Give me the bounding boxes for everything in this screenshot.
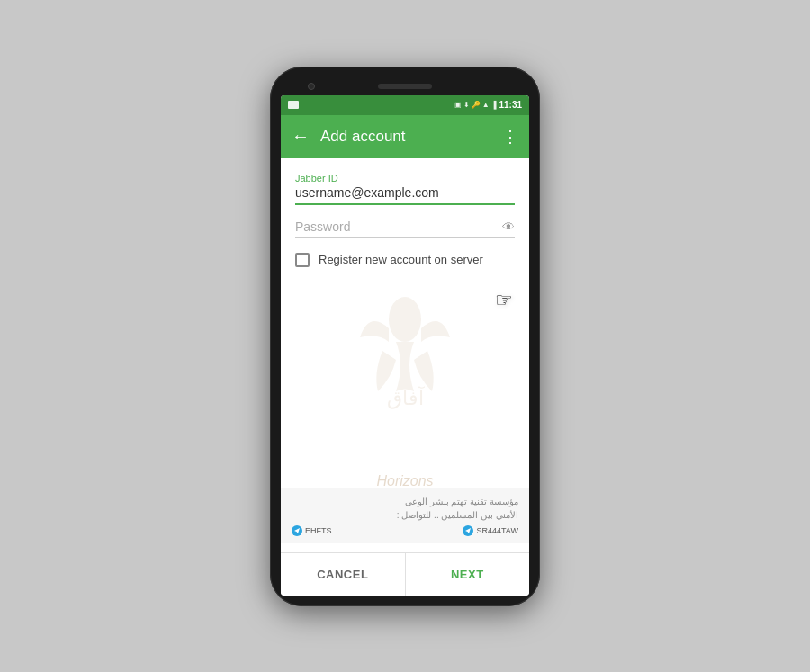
watermark-text-area: مؤسسة تقنية تهتم بنشر الوعي الأمني بين ا…	[281, 488, 529, 543]
watermark-area: آفاق Horizons مؤسسة تقنية تهتم بنشر الوع…	[281, 274, 529, 552]
next-button[interactable]: NEXT	[406, 553, 530, 596]
password-input[interactable]	[295, 220, 502, 234]
more-options-button[interactable]: ⋮	[499, 123, 522, 150]
register-checkbox[interactable]	[295, 253, 310, 267]
jabber-id-input-row	[295, 185, 515, 205]
watermark-logo-svg: آفاق	[351, 292, 459, 409]
app-bar: ← Add account ⋮	[281, 115, 529, 158]
key-icon: 🔑	[472, 101, 481, 109]
link2-text: SR444TAW	[476, 526, 518, 535]
register-label: Register new account on server	[319, 253, 483, 266]
status-bar-left	[288, 101, 299, 109]
password-toggle-icon[interactable]: 👁	[502, 220, 515, 234]
wifi-icon: ▲	[482, 101, 490, 109]
status-time: 11:31	[499, 100, 522, 110]
phone-device: ▣ ⬇ 🔑 ▲ ▐ 11:31 ← Add account ⋮ Jabber I…	[270, 67, 540, 606]
phone-camera	[308, 83, 315, 90]
link1-text: EHFTS	[305, 526, 332, 535]
download-icon: ⬇	[464, 101, 470, 109]
password-group: 👁	[295, 220, 515, 238]
phone-notch	[281, 77, 529, 95]
status-bar: ▣ ⬇ 🔑 ▲ ▐ 11:31	[281, 95, 529, 115]
phone-speaker	[378, 84, 432, 89]
back-button[interactable]: ←	[288, 122, 313, 150]
page-title: Add account	[320, 128, 499, 146]
jabber-id-label: Jabber ID	[295, 173, 515, 184]
svg-point-0	[389, 297, 421, 342]
password-input-row: 👁	[295, 220, 515, 238]
notification-icon	[288, 101, 299, 109]
bottom-bar: CANCEL NEXT	[281, 552, 529, 596]
telegram-icon-left	[292, 525, 302, 536]
form-area: Jabber ID 👁 Register new account on serv	[281, 158, 529, 274]
phone-screen: ▣ ⬇ 🔑 ▲ ▐ 11:31 ← Add account ⋮ Jabber I…	[281, 95, 529, 596]
jabber-id-input[interactable]	[295, 185, 515, 200]
watermark-link-right: SR444TAW	[463, 525, 518, 536]
status-icons: ▣ ⬇ 🔑 ▲ ▐	[454, 101, 497, 109]
sim-icon: ▣	[454, 101, 462, 109]
jabber-id-group: Jabber ID	[295, 173, 515, 205]
status-bar-right: ▣ ⬇ 🔑 ▲ ▐ 11:31	[454, 100, 522, 110]
watermark-description: مؤسسة تقنية تهتم بنشر الوعي الأمني بين ا…	[292, 495, 518, 522]
watermark-links: EHFTS SR444TAW	[292, 525, 518, 536]
watermark-link-left: EHFTS	[292, 525, 332, 536]
battery-icon: ▐	[491, 101, 497, 109]
cancel-button[interactable]: CANCEL	[281, 553, 406, 596]
svg-text:آفاق: آفاق	[387, 386, 425, 409]
telegram-icon-right	[463, 525, 473, 536]
register-checkbox-row: Register new account on server	[295, 253, 515, 267]
content-area: Jabber ID 👁 Register new account on serv	[281, 158, 529, 552]
